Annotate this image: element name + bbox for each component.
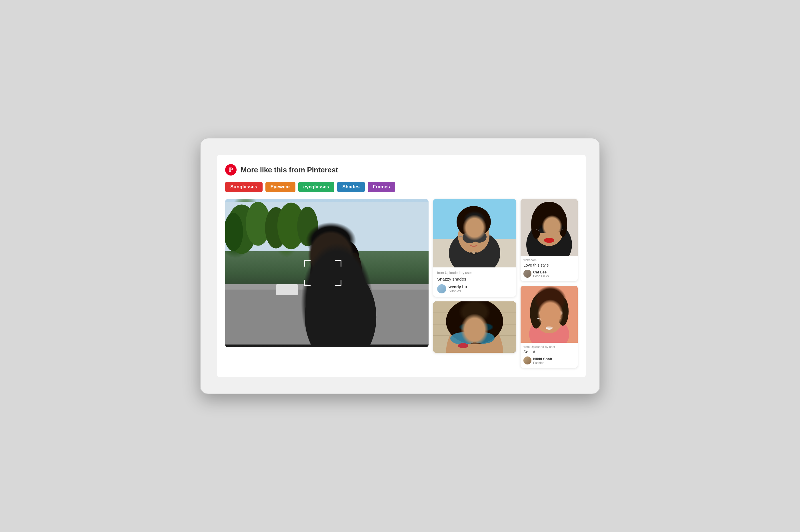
content-area: P More like this from Pinterest Sunglass… [217,155,586,377]
svg-point-30 [472,231,487,243]
pin1-description: Snazzy shades [437,277,512,281]
tag-frames[interactable]: Frames [368,182,395,192]
svg-point-64 [552,295,562,306]
pin2-svg [521,199,578,256]
main-grid: from Uploaded by user Snazzy shades wend… [225,199,578,368]
svg-point-43 [472,332,495,344]
svg-rect-65 [540,317,548,321]
pin1-source: from Uploaded by user [437,271,512,275]
main-image-container[interactable] [225,199,429,347]
svg-rect-10 [225,284,429,289]
svg-line-20 [353,277,360,278]
svg-point-28 [457,206,491,238]
pin3-user: Nikki Shah Fashion [523,357,575,364]
pin-image-3 [521,286,578,343]
pin2-user-name: Cat Lee [533,270,549,274]
pin3-description: So L.A. [523,349,575,354]
svg-point-44 [458,343,468,348]
svg-rect-9 [225,284,429,344]
svg-point-18 [334,272,353,284]
svg-point-17 [321,272,340,284]
svg-point-4 [246,202,271,246]
svg-point-3 [226,204,257,254]
page-title: More like this from Pinterest [240,166,338,174]
svg-point-23 [329,290,341,295]
svg-point-16 [347,252,362,294]
pin2-description: Love this style [523,263,575,267]
tag-eyewear[interactable]: Eyewear [266,182,295,192]
pin1-user-board: Sunnies [449,289,467,293]
svg-point-12 [305,268,376,347]
svg-point-62 [557,297,568,326]
svg-text:P: P [229,166,233,173]
svg-rect-24 [433,199,516,267]
pin3-user-name: Nikki Shah [533,357,552,361]
svg-point-7 [225,213,243,251]
svg-rect-66 [550,317,558,321]
svg-point-26 [449,230,500,267]
pin-image-1 [433,199,516,267]
svg-rect-57 [521,286,578,343]
svg-line-53 [536,230,539,230]
svg-point-6 [277,203,305,249]
svg-point-27 [458,219,489,253]
svg-point-8 [297,207,318,246]
pin-card-1[interactable]: from Uploaded by user Snazzy shades wend… [433,199,516,297]
pin-bottom-svg [433,301,516,353]
header: P More like this from Pinterest [225,164,578,175]
svg-point-70 [546,326,552,330]
svg-point-63 [536,295,546,308]
tags-row: Sunglasses Eyewear eyeglasses Shades Fra… [225,182,578,192]
main-photo [225,199,429,347]
pin3-avatar [523,357,531,364]
device-frame: P More like this from Pinterest Sunglass… [200,138,600,394]
svg-point-33 [469,252,478,254]
pin2-avatar [523,270,531,278]
pin2-source: flickr.com [523,258,575,262]
pin1-user: wendy Lu Sunnies [437,284,512,293]
pin-card-bottom[interactable] [433,301,516,353]
svg-point-42 [450,332,476,345]
pin3-info: from Uploaded by user So L.A. Nikki Shah… [521,343,578,368]
pin3-svg [521,286,578,343]
svg-line-68 [558,318,561,319]
pin3-user-info: Nikki Shah Fashion [533,357,552,364]
svg-rect-25 [433,239,516,267]
svg-point-14 [314,238,359,276]
svg-point-48 [533,202,565,230]
svg-point-15 [310,251,327,295]
pin-image-bottom [433,301,516,353]
svg-point-41 [446,301,503,344]
pin-card-3[interactable]: from Uploaded by user So L.A. Nikki Shah… [521,286,578,368]
tag-sunglasses[interactable]: Sunglasses [225,182,262,192]
pin1-user-info: wendy Lu Sunnies [449,285,467,293]
svg-rect-2 [225,202,429,251]
pin2-user-info: Cat Lee Posh Picks [533,270,549,278]
svg-point-59 [535,304,563,334]
pin1-info: from Uploaded by user Snazzy shades wend… [433,267,516,297]
svg-line-32 [487,235,491,236]
pinterest-logo-icon: P [225,164,237,175]
svg-line-19 [313,277,321,278]
svg-point-50 [559,211,567,237]
svg-line-54 [559,230,563,230]
svg-point-56 [544,238,554,243]
svg-point-29 [462,232,477,243]
right-column-2: flickr.com Love this style Cat Lee Posh … [521,199,578,368]
svg-point-61 [530,297,543,328]
svg-point-34 [472,251,475,254]
svg-rect-11 [276,284,298,295]
right-column-1: from Uploaded by user Snazzy shades wend… [433,199,516,353]
pin-card-2[interactable]: flickr.com Love this style Cat Lee Posh … [521,199,578,281]
tag-eyeglasses[interactable]: eyeglasses [298,182,334,192]
svg-rect-35 [433,301,516,353]
pin2-info: flickr.com Love this style Cat Lee Posh … [521,256,578,281]
main-photo-svg [225,199,429,347]
svg-point-58 [529,317,569,343]
svg-point-5 [265,207,287,248]
pin1-svg [433,199,516,267]
pin2-user-board: Posh Picks [533,274,549,278]
tag-shades[interactable]: Shades [337,182,365,192]
pin2-user: Cat Lee Posh Picks [523,270,575,278]
svg-rect-51 [539,227,548,233]
